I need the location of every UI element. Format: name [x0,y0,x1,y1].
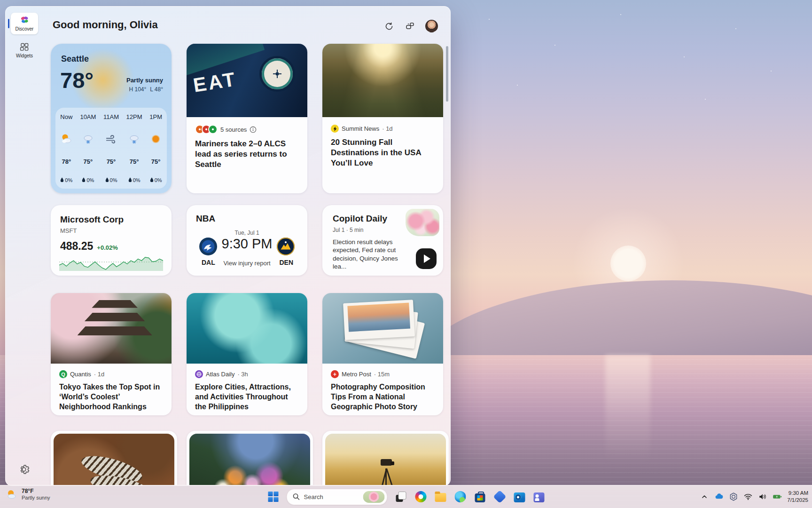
news-card-fall-destinations[interactable]: Summit News · 1d 20 Stunning Fall Destin… [322,44,443,193]
clock-date: 7/1/2025 [787,497,808,504]
search-highlight-image [363,491,385,503]
chevron-up-icon [701,493,708,500]
article-age: · 3h [237,371,248,378]
jersey-letters: EAT [192,68,238,97]
clock-time: 9:30 AM [787,490,808,497]
volume-button[interactable] [758,492,767,501]
copilot-daily-title: Copilot Daily [333,214,387,224]
security-badge-button[interactable] [729,492,738,501]
microsoft-store-button[interactable] [474,491,486,503]
news-card-partial-flowers[interactable] [187,431,313,486]
nba-game-widget[interactable]: NBA Tue, Jul 1 9:30 PM DAL View injury r… [187,205,307,276]
source-row: Q Quantis · 1d [59,370,163,378]
news-card-partial-camera[interactable] [322,431,449,486]
search-icon [293,493,300,500]
sun-behind-cloud-icon [60,133,73,145]
flowers-thumbnail [406,209,439,236]
source-icon [208,125,218,134]
photo-stack-image [322,293,443,364]
clock[interactable]: 9:30 AM 7/1/2025 [787,490,808,504]
source-row: 5 sources [195,125,299,134]
mariners-jersey-image: EAT [187,44,307,117]
profile-avatar[interactable] [425,20,438,32]
stock-company: Microsoft Corp [60,214,124,225]
stock-ticker: MSFT [60,227,77,234]
hour-label: 11AM [103,113,119,120]
weather-city: Seattle [61,54,89,64]
teams-button[interactable] [533,491,546,503]
hidden-icons-button[interactable] [700,492,709,501]
search-box[interactable]: Search [287,489,388,505]
hour-temp: 75° [84,158,93,165]
temple-roof [92,300,138,308]
hour-precip: 0% [60,177,72,183]
windows-logo-icon [268,492,278,502]
task-view-icon [396,492,406,502]
weather-high-low: H 104°L 48° [125,86,163,93]
start-button[interactable] [267,491,280,503]
rail-item-discover[interactable]: Discover [11,13,38,34]
grilled-fish-image [54,434,174,486]
wifi-button[interactable] [743,492,753,501]
scrollbar-thumb[interactable] [446,46,448,102]
weather-widget[interactable]: Seattle 78° Partly sunny H 104°L 48° Now… [51,44,172,193]
taskbar-weather-button[interactable]: 78°F Partly sunny [6,488,50,501]
rail-item-widgets[interactable]: Widgets [11,40,38,61]
news-card-photography[interactable]: + Metro Post · 15m Photography Compositi… [322,293,443,415]
wind-icon [105,133,117,145]
hour-label: 1PM [149,113,162,120]
temple-image [51,293,172,364]
droplet-icon [150,177,154,183]
onedrive-button[interactable] [714,492,724,501]
m365-copilot-button[interactable] [493,491,506,503]
hour-precip: 0% [128,177,141,183]
outlook-button[interactable] [513,491,526,503]
news-card-tokyo[interactable]: Q Quantis · 1d Tokyo Takes the Top Spot … [51,293,172,415]
news-card-partial-food[interactable] [51,431,177,486]
edge-button[interactable] [454,491,467,503]
speaker-icon [758,492,767,501]
hexagon-badge-icon [729,492,738,501]
battery-button[interactable] [773,492,782,501]
valley-image [322,44,443,117]
hour-temp: 78° [62,158,71,165]
folder-icon [435,493,446,502]
article-age: · 1d [94,371,104,378]
source-row: Atlas Daily · 3h [195,370,299,378]
star [771,71,772,71]
info-icon[interactable] [250,126,257,133]
article-age: · 15m [374,371,390,378]
taskbar-weather-condition: Partly sunny [22,495,50,501]
mariners-logo-patch [259,56,295,92]
news-headline: Explore Cities, Attractions, and Activit… [195,382,299,412]
task-view-button[interactable] [395,491,407,503]
game-date: Tue, Jul 1 [187,230,307,236]
home-team: DEN [279,259,293,266]
stock-widget[interactable]: Microsoft Corp MSFT 488.25 +0.02% [51,205,172,276]
source-row: Summit News · 1d [331,125,435,133]
source-row: + Metro Post · 15m [331,370,435,378]
feedback-button[interactable] [405,21,415,32]
news-card-mariners[interactable]: EAT 5 sources Marin [187,44,307,193]
atlas-daily-icon [195,370,203,378]
feedback-icon [405,21,415,31]
settings-button[interactable] [18,464,30,475]
onedrive-cloud-icon [714,492,724,502]
refresh-button[interactable] [384,21,394,32]
summit-news-icon [331,125,339,133]
sunny-icon [149,133,162,145]
hour-temp: 75° [130,158,139,165]
hour-precip: 0% [82,177,94,183]
play-button[interactable] [416,248,437,269]
file-explorer-button[interactable] [434,491,447,503]
copilot-button[interactable] [414,491,427,503]
copilot-icon [415,491,426,502]
photo-print [343,300,415,340]
moon [610,246,646,281]
hour-precip: 0% [150,177,162,183]
discover-icon [19,16,30,25]
selected-indicator [8,19,9,28]
copilot-daily-widget[interactable]: Copilot Daily Jul 1 · 5 min Election res… [322,205,443,276]
news-card-philippines[interactable]: Atlas Daily · 3h Explore Cities, Attract… [187,293,307,415]
panel-rail: Discover Widgets [6,7,42,485]
